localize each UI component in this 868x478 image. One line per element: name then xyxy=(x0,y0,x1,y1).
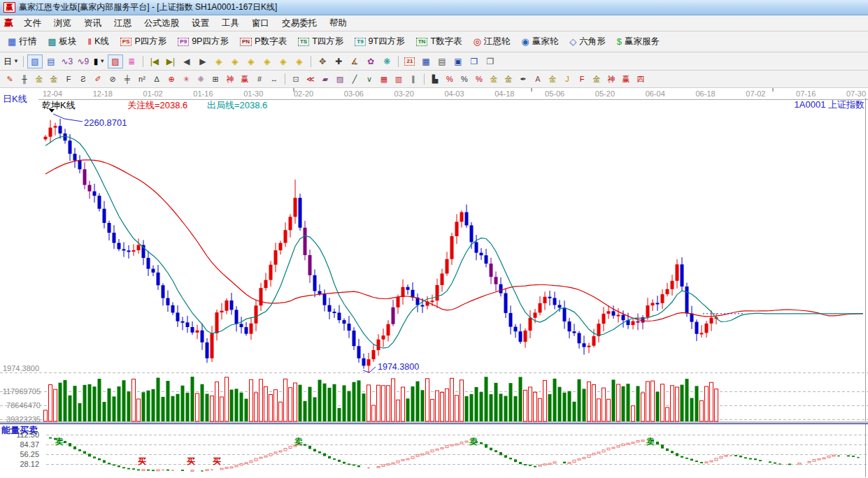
compass-cross-button[interactable]: ⊕ xyxy=(164,73,178,85)
first-bar-button[interactable]: |◀ xyxy=(147,55,162,68)
calculator-button[interactable]: ▦ xyxy=(418,55,434,68)
percent-line-button[interactable]: % xyxy=(472,73,486,85)
sectors-button[interactable]: ▩板块 xyxy=(43,34,81,49)
parallel-lines-button[interactable]: ∥ xyxy=(406,73,420,85)
n-square-button[interactable]: n² xyxy=(135,73,149,85)
menu-item-7[interactable]: 窗口 xyxy=(246,16,276,31)
ink-brush-button[interactable]: ✒ xyxy=(516,73,530,85)
zoom-in-h-button[interactable]: ◈ xyxy=(243,55,259,68)
hexagon-button[interactable]: ◇六角形 xyxy=(564,34,611,49)
menu-item-3[interactable]: 江恩 xyxy=(108,16,138,31)
p-square-button[interactable]: PSP四方形 xyxy=(115,34,172,49)
bar-width-button[interactable]: ↔ xyxy=(267,73,281,85)
wave-9-button[interactable]: ∿9 xyxy=(76,55,91,68)
menu-item-2[interactable]: 资讯 xyxy=(78,16,108,31)
web-box-button[interactable]: ❈ xyxy=(194,73,208,85)
purple-web-button[interactable]: ▨ xyxy=(333,73,347,85)
menu-item-8[interactable]: 交易委托 xyxy=(276,16,323,31)
wave-3-button[interactable]: ∿3 xyxy=(59,55,75,68)
bar-width-icon: ↔ xyxy=(271,75,278,83)
menu-item-4[interactable]: 公式选股 xyxy=(138,16,185,31)
gold-section-2-button[interactable]: 金 xyxy=(47,73,61,85)
marker-pen-button[interactable]: ✐ xyxy=(91,73,105,85)
stat-columns-button[interactable]: ▙ xyxy=(428,73,442,85)
purple-box-button[interactable]: ▰ xyxy=(318,73,332,85)
gann-flower-button[interactable]: ✿ xyxy=(363,55,378,68)
export-button[interactable]: ❐ xyxy=(483,55,498,68)
gold-section-button[interactable]: 金 xyxy=(32,73,46,85)
shen-line-button[interactable]: 神 xyxy=(604,73,618,85)
last-bar-button[interactable]: ▶| xyxy=(163,55,178,68)
toolbar-separator xyxy=(143,56,143,67)
ying-line-button[interactable]: 赢 xyxy=(619,73,633,85)
gold-level-button[interactable]: 金 xyxy=(501,73,515,85)
zoom-out-v-button[interactable]: ◈ xyxy=(292,55,307,68)
box-ruler-button[interactable]: ⊡ xyxy=(289,73,303,85)
menu-item-9[interactable]: 帮助 xyxy=(323,16,353,31)
candle-style-button[interactable]: ▮▼ xyxy=(92,55,107,68)
next-bar-button[interactable]: ▶ xyxy=(195,55,211,68)
prev-bar-button[interactable]: ◀ xyxy=(179,55,194,68)
percent-zone-button[interactable]: % xyxy=(443,73,457,85)
drag-hand-button[interactable]: ✥ xyxy=(315,55,330,68)
zoom-out-h-button[interactable]: ◈ xyxy=(259,55,275,68)
trend-angle-button[interactable]: ╱ xyxy=(348,73,362,85)
percent-button[interactable]: % xyxy=(457,73,471,85)
shen-tool-button[interactable]: 神 xyxy=(223,73,237,85)
period-day-button[interactable]: 日▼ xyxy=(3,55,20,68)
kline-button[interactable]: ‖K线 xyxy=(83,34,114,49)
menu-item-1[interactable]: 浏览 xyxy=(48,16,78,31)
red-grid-button[interactable]: ▦ xyxy=(377,73,391,85)
gold-ray-button[interactable]: 金 xyxy=(590,73,604,85)
t-square-button[interactable]: TST四方形 xyxy=(293,34,348,49)
volume-profile-button[interactable]: ≣ xyxy=(124,55,139,68)
chart-canvas[interactable] xyxy=(0,88,868,478)
crosshair-button[interactable]: ✚ xyxy=(331,55,346,68)
gold-circle-button[interactable]: 金 xyxy=(487,73,501,85)
menu-item-6[interactable]: 工具 xyxy=(215,16,246,31)
notes-button[interactable]: ▤ xyxy=(434,55,450,68)
ruler-123-button[interactable]: # xyxy=(252,73,266,85)
angle-mirror-button[interactable]: ∆ xyxy=(150,73,164,85)
t-table-button[interactable]: TNT数字表 xyxy=(411,34,467,49)
zoom-in-v-button[interactable]: ◈ xyxy=(276,55,291,68)
menu-item-0[interactable]: 文件 xyxy=(17,16,48,31)
si-line-button[interactable]: 四 xyxy=(634,73,648,85)
save-web-button[interactable]: ❒ xyxy=(467,55,482,68)
menu-item-5[interactable]: 设置 xyxy=(185,16,215,31)
p-table-button[interactable]: PNP数字表 xyxy=(235,34,292,49)
ying-tool-button[interactable]: 赢 xyxy=(238,73,252,85)
gold-angle-button[interactable]: 金 xyxy=(546,73,560,85)
last-bar-icon: ▶| xyxy=(166,57,175,66)
period-label[interactable]: 日K线 xyxy=(3,93,27,106)
winner-service-button[interactable]: $赢家服务 xyxy=(612,34,664,49)
info-panel-button[interactable]: ▤ xyxy=(43,55,59,68)
gann-wheel-button[interactable]: ◎江恩轮 xyxy=(469,34,515,49)
spiral-button[interactable]: Ƨ xyxy=(76,73,90,85)
quotes-button[interactable]: ▦行情 xyxy=(3,34,41,49)
calendar-button[interactable]: 21 xyxy=(402,55,418,68)
gann-box-button[interactable]: ⊞ xyxy=(208,73,222,85)
j-line-button[interactable]: J xyxy=(560,73,574,85)
pan-right-button[interactable]: ◈ xyxy=(227,55,243,68)
circle-cycle-button[interactable]: ⊘ xyxy=(106,73,120,85)
neural-net-button[interactable]: ❋ xyxy=(379,55,394,68)
gann-grid-button[interactable]: ╫ xyxy=(17,73,31,85)
fib-f-button[interactable]: F xyxy=(62,73,76,85)
grid-cycle-button[interactable]: ╪ xyxy=(120,73,134,85)
f-line-button[interactable]: F xyxy=(575,73,589,85)
a-wave-button[interactable]: A xyxy=(531,73,545,85)
ray-fan-button[interactable]: ≪ xyxy=(304,73,318,85)
chip-distribution-button[interactable]: ▨ xyxy=(108,55,123,68)
save-button[interactable]: ▣ xyxy=(450,55,466,68)
v-wave-button[interactable]: ∨ xyxy=(362,73,376,85)
qiankun-pattern-button[interactable]: ▧ xyxy=(27,55,43,68)
pencil-button[interactable]: ✎ xyxy=(3,73,17,85)
9p-square-button[interactable]: P99P四方形 xyxy=(173,34,234,49)
red-grid-2-button[interactable]: ▥ xyxy=(392,73,406,85)
9t-square-button[interactable]: T99T四方形 xyxy=(350,34,409,49)
winner-wheel-button[interactable]: ◉赢家轮 xyxy=(516,34,563,49)
angle-measure-button[interactable]: ∡ xyxy=(347,55,362,68)
pan-left-button[interactable]: ◈ xyxy=(211,55,227,68)
spider-web-button[interactable]: ✳ xyxy=(179,73,193,85)
